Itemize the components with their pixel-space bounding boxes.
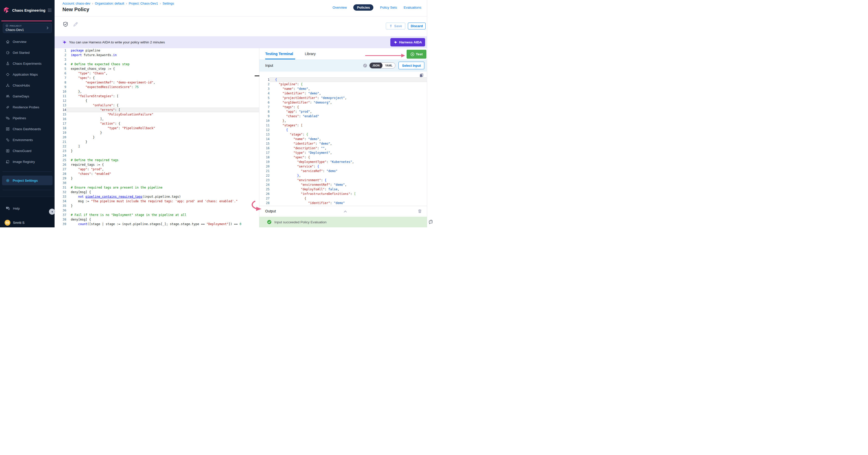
select-input-button[interactable]: Select Input [399,62,424,69]
code-line-5[interactable]: 5 "projectIdentifier": "demoproject", [259,96,427,100]
code-line-21[interactable]: 21 } [55,139,259,144]
sidebar-item-chaoshubs[interactable]: ChaosHubs [0,82,55,89]
code-line-4[interactable]: 4# Define the expected Chaos step [55,62,259,66]
code-line-17[interactable]: 17 "action": { [55,121,259,126]
project-selector[interactable]: PROJECT Chaos-Dev1 [3,23,52,33]
code-line-20[interactable]: 20 } [55,135,259,139]
support-chat-icon[interactable] [428,220,433,225]
user-menu[interactable]: SS Smriti S [5,220,25,226]
code-line-26[interactable]: 26required_tags := { [55,162,259,167]
code-line-7[interactable]: 7 "tags": { [259,105,427,109]
code-line-16[interactable]: 16 ], [55,117,259,121]
code-line-2[interactable]: 2 "pipeline": { [259,82,427,87]
code-line-14[interactable]: 14 "name": "demo", [259,137,427,141]
code-line-22[interactable]: 22 ] [55,144,259,149]
copy-icon[interactable] [419,73,424,77]
code-line-7[interactable]: 7 "spec": { [55,76,259,80]
code-line-21[interactable]: 21 "serviceRef": "demo" [259,169,427,173]
code-line-10[interactable]: 10 }, [259,119,427,123]
code-line-23[interactable]: 23} [55,149,259,153]
code-line-8[interactable]: 8 "app": "prod", [259,109,427,114]
code-line-19[interactable]: 19 } [55,130,259,135]
harness-aida-button[interactable]: Harness AIDA [390,38,425,46]
format-option-json[interactable]: JSON [370,62,382,68]
code-line-20[interactable]: 20 "service": { [259,164,427,169]
code-line-18[interactable]: 18 "type": "PipelineRollback" [55,126,259,130]
sidebar-item-gamedays[interactable]: GameDays [0,93,55,99]
tab-library[interactable]: Library [305,52,316,56]
code-line-27[interactable]: 27 { [259,196,427,201]
sidebar-item-application-maps[interactable]: Application Maps [0,71,55,78]
code-line-3[interactable]: 3 "name": "demo", [259,87,427,91]
code-line-11[interactable]: 11 "failureStrategies": [ [55,94,259,98]
policy-code-editor[interactable]: 1package pipeline2import future.keywords… [55,48,259,227]
save-button[interactable]: Save [386,23,405,29]
sidebar-item-pipelines[interactable]: Pipelines [0,115,55,121]
code-line-30[interactable]: 30 [55,181,259,185]
code-line-29[interactable]: 29} [55,176,259,181]
sidebar-item-chaos-experiments[interactable]: Chaos Experiments [0,60,55,67]
code-line-28[interactable]: 28 "chaos": "enabled" [55,171,259,176]
code-line-23[interactable]: 23 "environment": { [259,178,427,183]
policy-shield-check-icon[interactable] [62,21,68,27]
code-line-3[interactable]: 3 [55,57,259,62]
code-line-25[interactable]: 25# Define the required tags [55,158,259,162]
code-line-39[interactable]: 39 count([stage | stage := input.pipelin… [55,222,259,226]
code-line-13[interactable]: 13 "stage": { [259,132,427,137]
code-line-34[interactable]: 34 msg := "The pipeline must include the… [55,199,259,203]
code-line-12[interactable]: 12 { [55,98,259,103]
sidebar-item-project-settings[interactable]: Project Settings [2,175,53,185]
sidebar-item-image-registry[interactable]: Image Registry [0,158,55,165]
test-button[interactable]: Test [407,50,426,59]
sidebar-item-resilience-probes[interactable]: Resilience Probes [0,104,55,110]
chevron-up-icon[interactable] [343,209,347,214]
format-icon[interactable] [363,63,367,68]
sidebar-item-environments[interactable]: Environments [0,136,55,143]
code-line-1[interactable]: 1package pipeline [55,48,259,53]
code-line-6[interactable]: 6 "orgIdentifier": "demoorg", [259,100,427,105]
breadcrumb-item[interactable]: Account: chaos-dev [62,2,90,5]
code-line-9[interactable]: 9 "chaos": "enabled" [259,114,427,119]
tab-overview[interactable]: Overview [333,6,347,9]
code-line-33[interactable]: 33 not pipeline_contains_required_tags(i… [55,194,259,199]
tab-policy-sets[interactable]: Policy Sets [380,6,397,9]
breadcrumb-item[interactable]: Project: Chaos-Dev1 [129,2,158,5]
code-line-17[interactable]: 17 "type": "Deployment", [259,151,427,155]
code-line-5[interactable]: 5expected_chaos_step := { [55,66,259,71]
sidebar-item-get-started[interactable]: Get Started [0,49,55,56]
edit-pencil-icon[interactable] [72,21,79,27]
input-code-editor[interactable]: 1{2 "pipeline": {3 "name": "demo",4 "ide… [259,77,427,206]
code-line-4[interactable]: 4 "identifier": "demo", [259,91,427,96]
tab-policies[interactable]: Policies [353,4,373,11]
code-line-10[interactable]: 10 }, [55,89,259,94]
help-button[interactable]: ? Help [6,206,20,210]
code-line-36[interactable]: 36 [55,208,259,213]
code-line-19[interactable]: 19 "deploymentType": "Kubernetes", [259,160,427,164]
trash-icon[interactable] [417,209,422,214]
code-line-1[interactable]: 1{ [259,77,427,82]
code-line-13[interactable]: 13 "onFailure": { [55,103,259,107]
module-grid-icon[interactable] [48,8,52,12]
code-line-2[interactable]: 2import future.keywords.in [55,53,259,57]
code-line-14[interactable]: 14 "errors": [ [55,107,259,112]
code-line-31[interactable]: 31# Ensure required tags are present in … [55,185,259,190]
code-line-37[interactable]: 37# Fail if there is no "Deployment" sta… [55,213,259,217]
code-line-26[interactable]: 26 "infrastructureDefinitions": [ [259,192,427,196]
code-line-22[interactable]: 22 }, [259,173,427,178]
discard-button[interactable]: Discard [408,23,426,29]
sidebar-item-chaos-dashboards[interactable]: Chaos Dashboards [0,126,55,132]
code-line-11[interactable]: 11 "stages": [ [259,123,427,128]
tab-testing-terminal[interactable]: Testing Terminal [265,52,293,56]
code-line-9[interactable]: 9 "expectedResilienceScore": 75 [55,85,259,89]
tab-evaluations[interactable]: Evaluations [404,6,421,9]
breadcrumb-item[interactable]: Organization: default [95,2,124,5]
breadcrumb-item[interactable]: Settings [162,2,174,5]
code-line-12[interactable]: 12 { [259,128,427,132]
code-line-15[interactable]: 15 "PolicyEvaluationFailure" [55,112,259,117]
code-line-24[interactable]: 24 "environmentRef": "demo", [259,183,427,187]
format-option-yaml[interactable]: YAML [382,62,396,68]
code-line-35[interactable]: 35} [55,203,259,208]
code-line-15[interactable]: 15 "identifier": "demo", [259,141,427,146]
code-line-32[interactable]: 32deny[msg] { [55,190,259,194]
code-line-28[interactable]: 28 "identifier": "demo" [259,201,427,205]
